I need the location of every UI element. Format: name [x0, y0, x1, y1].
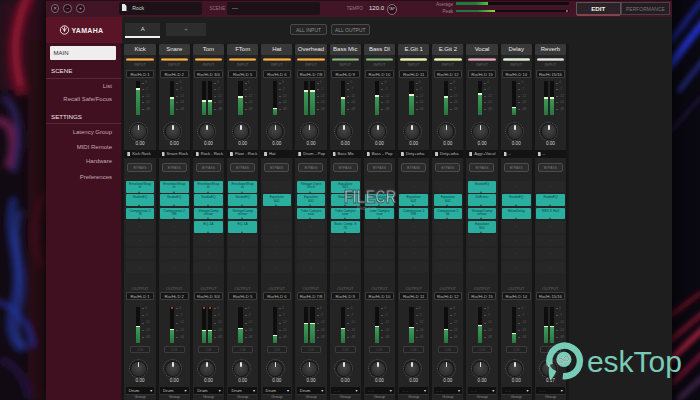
svg-text:eskTop: eskTop — [587, 345, 682, 378]
svg-text:YAMAHA: YAMAHA — [72, 27, 104, 34]
